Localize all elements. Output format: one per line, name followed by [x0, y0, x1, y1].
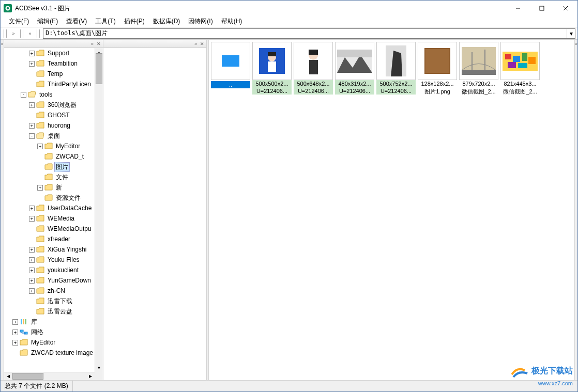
tree-node[interactable]: +网络: [4, 327, 95, 337]
expand-icon[interactable]: +: [12, 319, 18, 325]
folder-icon: [36, 81, 44, 88]
scroll-down-icon[interactable]: ▼: [95, 364, 103, 372]
tree-node-label: tools: [38, 90, 54, 99]
toolbar-grip-2[interactable]: [20, 29, 23, 38]
expand-icon[interactable]: +: [29, 257, 35, 263]
expand-icon[interactable]: +: [29, 102, 35, 108]
tree-node[interactable]: +MyEditor: [4, 337, 95, 348]
tree-node[interactable]: +Youku Files: [4, 255, 95, 265]
tree-node[interactable]: xfreader: [4, 234, 95, 244]
tree-node[interactable]: -tools: [4, 89, 95, 100]
scroll-left-icon[interactable]: ◀: [4, 372, 12, 380]
panel-close-icon[interactable]: ✕: [96, 41, 102, 46]
menu-item-4[interactable]: 插件(P): [120, 16, 149, 27]
folder-icon: [36, 50, 44, 57]
tree-node[interactable]: GHOST: [4, 110, 95, 120]
tree-node[interactable]: 迅雷下载: [4, 296, 95, 306]
svg-rect-15: [268, 61, 276, 72]
tree-node[interactable]: ZWCAD texture image: [4, 348, 95, 358]
thumbnail-item[interactable]: 500x752x2...U=212406...: [376, 42, 416, 96]
tree-node[interactable]: Temp: [4, 69, 95, 79]
expand-icon[interactable]: +: [29, 247, 35, 253]
toolbar-grip[interactable]: [4, 29, 7, 38]
tree-node[interactable]: -桌面: [4, 131, 95, 141]
toolbar-overflow-1[interactable]: »: [10, 29, 17, 38]
thumbnail-image: [335, 42, 374, 80]
expand-icon[interactable]: +: [37, 144, 43, 149]
expand-icon[interactable]: +: [29, 268, 35, 273]
svg-rect-34: [513, 56, 520, 62]
tree-node[interactable]: +XiGua Yingshi: [4, 244, 95, 255]
menu-item-5[interactable]: 数据库(D): [149, 16, 185, 27]
thumbnail-item[interactable]: 128x128x2...图片1.png: [418, 42, 457, 96]
expand-icon[interactable]: +: [29, 61, 35, 67]
tree-horizontal-scrollbar[interactable]: ◀ ▶: [4, 372, 95, 380]
tree-node[interactable]: ZWCAD_t: [4, 151, 95, 162]
expand-icon[interactable]: +: [29, 288, 35, 294]
tree-node[interactable]: +360浏览器: [4, 100, 95, 110]
tree-node[interactable]: +MyEditor: [4, 141, 95, 151]
expand-icon[interactable]: +: [29, 216, 35, 222]
minimize-button[interactable]: [506, 1, 530, 16]
thumbnail-dimensions: 128x128x2...: [418, 80, 457, 87]
thumbnail-item[interactable]: 879x720x2...微信截图_2...: [459, 42, 498, 96]
tree-node[interactable]: +YunGameDown: [4, 275, 95, 286]
scroll-thumb-h[interactable]: [12, 373, 43, 380]
tree-node[interactable]: 迅雷云盘: [4, 306, 95, 317]
folder-icon: [44, 194, 53, 201]
tree-node[interactable]: 图片: [4, 162, 95, 172]
expand-icon[interactable]: +: [12, 330, 18, 335]
strip-chevron-icon[interactable]: «: [575, 42, 577, 46]
expand-icon[interactable]: +: [29, 123, 35, 129]
tree-node[interactable]: +WEMedia: [4, 213, 95, 224]
thumbnail-item[interactable]: 500x500x2...U=212406...: [252, 42, 292, 96]
scroll-thumb[interactable]: [96, 53, 102, 84]
tree-node[interactable]: +Teambition: [4, 58, 95, 69]
expand-icon[interactable]: +: [12, 340, 18, 346]
menu-item-6[interactable]: 因特网(I): [184, 16, 217, 27]
expand-icon[interactable]: +: [29, 206, 35, 211]
panel-overflow-icon[interactable]: »: [193, 41, 198, 46]
menu-item-3[interactable]: 工具(T): [91, 16, 119, 27]
thumbnail-item[interactable]: 480x319x2...U=212406...: [335, 42, 374, 96]
menu-item-1[interactable]: 编辑(E): [33, 16, 62, 27]
menu-item-2[interactable]: 查看(V): [62, 16, 91, 27]
toolbar-grip-3[interactable]: [37, 29, 40, 38]
svg-rect-36: [528, 57, 536, 64]
tree-vertical-scrollbar[interactable]: ▲ ▼: [95, 48, 103, 372]
tree-node[interactable]: 文件: [4, 172, 95, 182]
tree-node[interactable]: ThirdPartyLicen: [4, 79, 95, 89]
thumbnail-grid[interactable]: ..500x500x2...U=212406...500x648x2...U=2…: [209, 40, 574, 380]
folder-tree[interactable]: +Support+TeambitionTempThirdPartyLicen-t…: [4, 48, 95, 372]
toolbar-overflow-2[interactable]: »: [26, 29, 34, 38]
tree-node[interactable]: +Support: [4, 48, 95, 58]
tree-node[interactable]: +库: [4, 317, 95, 327]
folder-icon: [44, 163, 53, 170]
menu-item-7[interactable]: 帮助(H): [217, 16, 247, 27]
panel-close-icon[interactable]: ✕: [199, 41, 205, 46]
tree-node[interactable]: +zh-CN: [4, 286, 95, 296]
folder-icon: [36, 60, 44, 67]
thumbnail-item[interactable]: 500x648x2...U=212406...: [294, 42, 333, 96]
path-input[interactable]: [43, 29, 567, 38]
menu-item-0[interactable]: 文件(F): [5, 16, 33, 27]
close-button[interactable]: [554, 1, 577, 16]
scroll-right-icon[interactable]: ▶: [86, 372, 95, 380]
collapse-icon[interactable]: -: [21, 92, 26, 98]
tree-node[interactable]: +huorong: [4, 120, 95, 131]
tree-node[interactable]: +UserDataCache: [4, 203, 95, 213]
expand-icon[interactable]: +: [37, 185, 43, 191]
collapse-icon[interactable]: -: [29, 133, 35, 139]
panel-overflow-icon[interactable]: »: [90, 41, 95, 46]
tree-node[interactable]: +新: [4, 182, 95, 193]
expand-icon[interactable]: +: [29, 278, 35, 284]
thumbnail-item[interactable]: 821x445x3...微信截图_2...: [500, 42, 540, 96]
strip-chevron-icon[interactable]: »: [1, 42, 3, 46]
path-dropdown[interactable]: ▾: [567, 29, 575, 38]
expand-icon[interactable]: +: [29, 51, 35, 56]
tree-node[interactable]: WEMediaOutpu: [4, 224, 95, 234]
maximize-button[interactable]: [530, 1, 554, 16]
tree-node[interactable]: 资源文件: [4, 193, 95, 203]
thumbnail-item[interactable]: ..: [211, 42, 250, 96]
tree-node[interactable]: +youkuclient: [4, 265, 95, 275]
